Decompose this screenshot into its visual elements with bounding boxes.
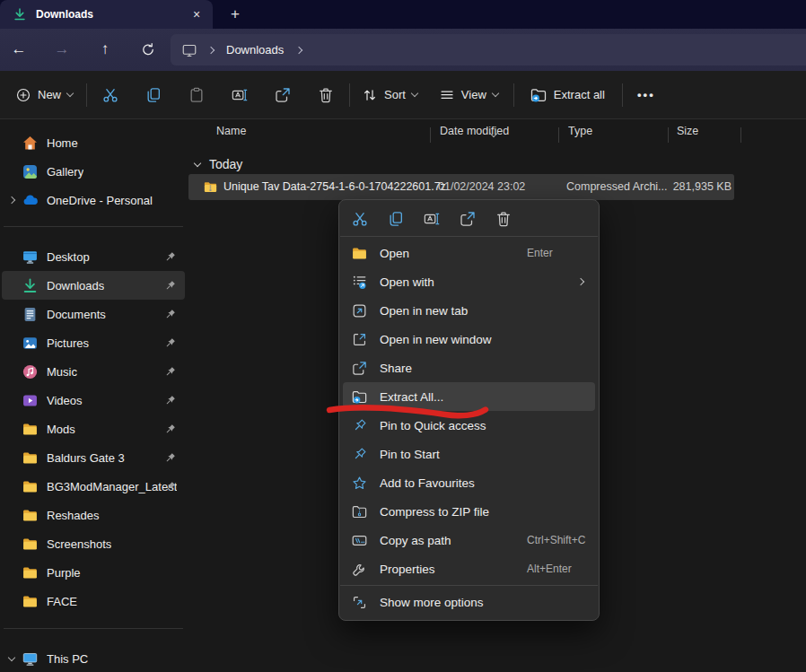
sidebar-item-purple[interactable]: Purple [2, 558, 185, 587]
downloads-icon [22, 277, 39, 294]
explorer-tab-downloads[interactable]: Downloads × [0, 0, 213, 29]
tab-close-icon[interactable]: × [188, 5, 206, 23]
back-button[interactable]: ← [4, 34, 34, 65]
delete-button[interactable] [308, 79, 344, 111]
menu-shortcut: Alt+Enter [527, 563, 572, 575]
home-icon [22, 135, 39, 152]
sidebar-item-pictures[interactable]: Pictures [2, 328, 185, 357]
sort-button[interactable]: Sort [354, 80, 425, 110]
menu-item-open-with[interactable]: Open with [343, 267, 595, 296]
sidebar-item-videos[interactable]: Videos [2, 386, 185, 415]
menu-item-open-in-new-tab[interactable]: Open in new tab [343, 296, 595, 325]
sidebar-item-music[interactable]: Music [2, 357, 185, 386]
paste-icon [188, 86, 206, 104]
extract-all-icon [530, 86, 548, 104]
column-header-name[interactable]: Name [216, 125, 246, 137]
sidebar-item-downloads[interactable]: Downloads [2, 271, 185, 300]
sidebar-item-screenshots[interactable]: Screenshots [2, 529, 185, 558]
new-button[interactable]: New [7, 80, 81, 110]
menu-item-label: Add to Favourites [380, 476, 475, 490]
sidebar-item-gallery[interactable]: Gallery [2, 157, 185, 186]
menu-item-pin-to-start[interactable]: Pin to Start [343, 440, 595, 468]
forward-button[interactable]: → [47, 34, 77, 65]
menu-item-compress-to-zip[interactable]: Compress to ZIP file [343, 497, 595, 526]
share-icon [351, 360, 368, 377]
copy-button[interactable] [136, 79, 171, 111]
address-bar[interactable]: Downloads [171, 34, 806, 65]
sidebar-item-mods[interactable]: Mods [2, 415, 185, 443]
cut-button[interactable] [345, 205, 375, 232]
see-more-button[interactable]: ••• [628, 79, 664, 111]
menu-item-label: Open in new tab [380, 304, 468, 318]
menu-item-copy-as-path[interactable]: Copy as path Ctrl+Shift+C [343, 526, 595, 554]
refresh-button[interactable] [133, 34, 163, 65]
desktop-icon [22, 249, 39, 266]
menu-item-pin-to-quick-access[interactable]: Pin to Quick access [343, 411, 595, 440]
sidebar-item-bg3modmanager[interactable]: BG3ModManager_Latest [2, 472, 185, 501]
folder-icon [22, 421, 39, 438]
sidebar-item-reshades[interactable]: Reshades [2, 501, 185, 529]
sidebar-divider [4, 226, 183, 227]
share-button[interactable] [452, 205, 483, 232]
pin-icon [163, 365, 177, 379]
menu-item-label: Share [380, 362, 412, 375]
column-header-size[interactable]: Size [677, 125, 698, 137]
pin-icon [163, 394, 177, 407]
column-divider[interactable] [668, 127, 669, 143]
sidebar-item-documents[interactable]: Documents [2, 300, 185, 328]
column-divider[interactable] [430, 127, 431, 143]
extract-all-button[interactable]: Extract all [521, 79, 613, 111]
command-toolbar: New Sort View [0, 71, 806, 119]
sidebar-item-home[interactable]: Home [2, 128, 185, 157]
sidebar-item-onedrive[interactable]: OneDrive - Personal [2, 186, 185, 214]
menu-item-show-more-options[interactable]: Show more options [343, 588, 595, 616]
paste-button[interactable] [179, 79, 215, 111]
up-button[interactable]: ↑ [90, 34, 120, 65]
view-button[interactable]: View [431, 80, 506, 110]
breadcrumb-chevron-icon[interactable] [295, 46, 302, 53]
videos-icon [22, 392, 39, 409]
pin-icon [163, 423, 177, 436]
sidebar-item-baldurs-gate-3[interactable]: Baldurs Gate 3 [2, 443, 185, 472]
column-header-date-modified[interactable]: Date modified [440, 125, 509, 137]
group-header-today[interactable]: Today [187, 153, 242, 175]
view-icon [439, 87, 455, 103]
sidebar-item-desktop[interactable]: Desktop [2, 242, 185, 271]
collapse-group-icon[interactable] [194, 159, 201, 166]
menu-item-add-to-favourites[interactable]: Add to Favourites [343, 468, 595, 497]
show-more-icon [351, 594, 368, 611]
delete-button[interactable] [488, 205, 519, 232]
menu-divider [340, 236, 598, 237]
rename-button[interactable] [222, 79, 258, 111]
copy-button[interactable] [381, 205, 411, 232]
sidebar-item-label: Pictures [47, 336, 89, 350]
menu-item-properties[interactable]: Properties Alt+Enter [343, 554, 595, 583]
column-header-type[interactable]: Type [568, 125, 592, 137]
new-tab-button[interactable]: + [221, 0, 250, 29]
sidebar-item-face[interactable]: FACE [2, 587, 185, 615]
rename-button[interactable] [416, 205, 447, 232]
menu-shortcut: Enter [527, 247, 553, 259]
share-button[interactable] [265, 79, 301, 111]
column-divider[interactable] [558, 127, 559, 143]
cut-button[interactable] [92, 79, 128, 111]
file-explorer-window: Downloads × + ← → ↑ Downloads New [0, 0, 806, 672]
properties-wrench-icon [351, 561, 368, 578]
file-row-selected[interactable]: Unique Tav Data-2754-1-6-0-1704222601.7z… [188, 174, 734, 200]
onedrive-icon [22, 192, 39, 209]
pictures-icon [22, 335, 39, 352]
sidebar-item-label: FACE [47, 595, 77, 608]
open-with-icon [351, 274, 368, 291]
delete-icon [317, 86, 335, 104]
menu-item-open-in-new-window[interactable]: Open in new window [343, 325, 595, 353]
zip-archive-icon [203, 179, 218, 195]
menu-item-open[interactable]: Open Enter [343, 239, 595, 267]
column-divider[interactable] [740, 127, 741, 143]
gallery-icon [22, 163, 39, 180]
file-date-modified: 01/02/2024 23:02 [438, 180, 525, 193]
menu-item-extract-all[interactable]: Extract All... [343, 382, 595, 411]
folder-icon [22, 564, 39, 581]
breadcrumb-downloads[interactable]: Downloads [226, 43, 284, 57]
sidebar-item-this-pc[interactable]: This PC [2, 644, 185, 672]
menu-item-share[interactable]: Share [343, 353, 595, 382]
